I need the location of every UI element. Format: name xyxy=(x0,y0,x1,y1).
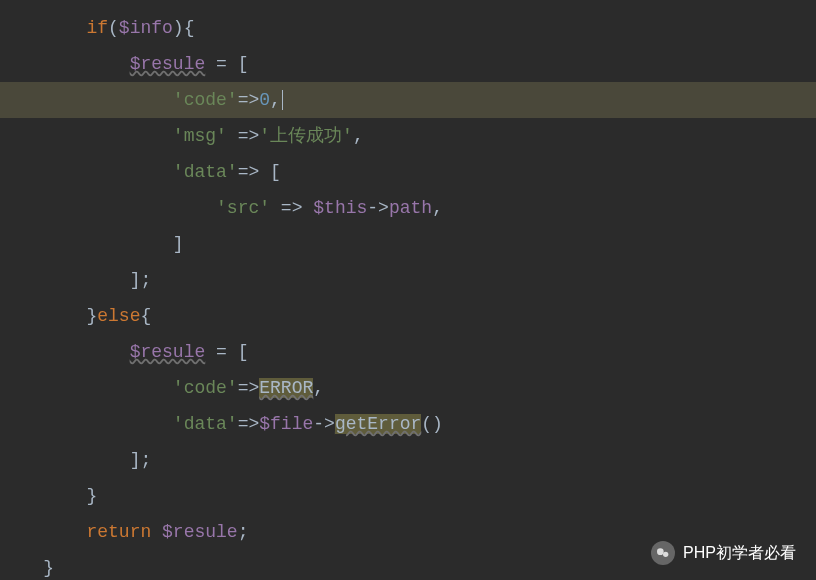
variable: $resule xyxy=(130,342,206,362)
code-line: 'data'=>$file->getError() xyxy=(0,406,816,442)
svg-point-0 xyxy=(657,548,664,555)
code-line: $resule = [ xyxy=(0,46,816,82)
code-editor[interactable]: if($info){ $resule = [ 'code'=>0, 'msg' … xyxy=(0,0,816,580)
variable: $info xyxy=(119,18,173,38)
code-line: ] xyxy=(0,226,816,262)
code-line: ]; xyxy=(0,262,816,298)
string: 'src' xyxy=(216,198,270,218)
keyword-else: else xyxy=(97,306,140,326)
code-line: if($info){ xyxy=(0,10,816,46)
code-line-active: 'code'=>0, xyxy=(0,82,816,118)
variable: $resule xyxy=(130,54,206,74)
code-line: 'src' => $this->path, xyxy=(0,190,816,226)
keyword-return: return xyxy=(86,522,151,542)
variable: $this xyxy=(313,198,367,218)
string: 'code' xyxy=(173,378,238,398)
code-line: } xyxy=(0,478,816,514)
number: 0 xyxy=(259,90,270,110)
watermark: PHP初学者必看 xyxy=(651,541,796,565)
variable: $file xyxy=(259,414,313,434)
property: path xyxy=(389,198,432,218)
string: 'data' xyxy=(173,162,238,182)
code-line: ]; xyxy=(0,442,816,478)
svg-point-1 xyxy=(663,552,668,557)
code-line: $resule = [ xyxy=(0,334,816,370)
variable: $resule xyxy=(162,522,238,542)
code-line: }else{ xyxy=(0,298,816,334)
method-call: getError xyxy=(335,414,421,434)
keyword-if: if xyxy=(86,18,108,38)
constant: ERROR xyxy=(259,378,313,398)
cursor xyxy=(282,90,283,110)
string: '上传成功' xyxy=(259,126,353,146)
wechat-icon xyxy=(651,541,675,565)
string: 'msg' xyxy=(173,126,227,146)
string: 'data' xyxy=(173,414,238,434)
code-line: 'code'=>ERROR, xyxy=(0,370,816,406)
code-line: 'msg' =>'上传成功', xyxy=(0,118,816,154)
watermark-text: PHP初学者必看 xyxy=(683,543,796,564)
code-line: 'data'=> [ xyxy=(0,154,816,190)
string: 'code' xyxy=(173,90,238,110)
